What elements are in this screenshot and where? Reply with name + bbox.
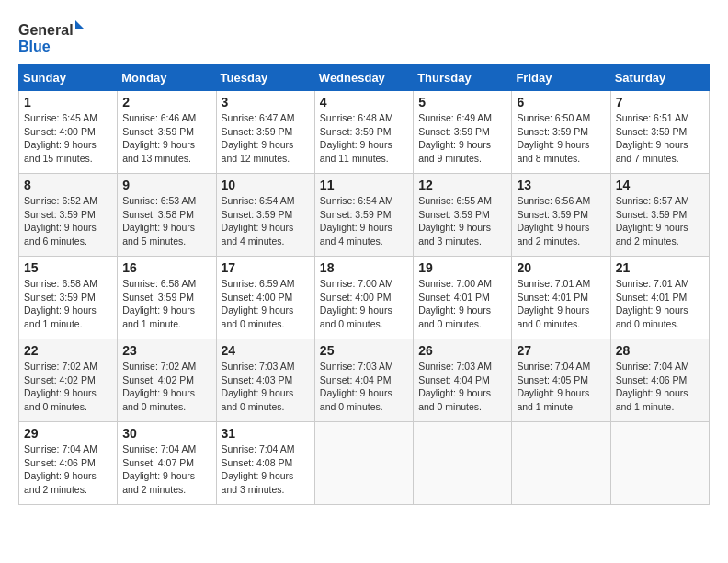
day-number: 24 xyxy=(222,343,310,358)
calendar-cell: 16Sunrise: 6:58 AMSunset: 3:59 PMDayligh… xyxy=(118,257,216,339)
day-info: Sunrise: 7:00 AMSunset: 4:00 PMDaylight:… xyxy=(320,277,408,331)
svg-text:General: General xyxy=(18,22,74,38)
calendar-cell: 1Sunrise: 6:45 AMSunset: 4:00 PMDaylight… xyxy=(19,91,118,174)
day-info: Sunrise: 6:47 AMSunset: 3:59 PMDaylight:… xyxy=(222,111,310,166)
logo-icon: GeneralBlue xyxy=(18,18,92,55)
calendar-cell: 2Sunrise: 6:46 AMSunset: 3:59 PMDaylight… xyxy=(118,91,216,174)
day-number: 31 xyxy=(222,426,310,441)
calendar-week-row: 22Sunrise: 7:02 AMSunset: 4:02 PMDayligh… xyxy=(19,339,710,422)
calendar-week-row: 1Sunrise: 6:45 AMSunset: 4:00 PMDaylight… xyxy=(19,91,710,174)
day-number: 9 xyxy=(122,178,210,192)
day-number: 15 xyxy=(24,260,112,275)
calendar-cell: 13Sunrise: 6:56 AMSunset: 3:59 PMDayligh… xyxy=(512,174,610,257)
calendar-cell xyxy=(512,422,610,505)
day-number: 30 xyxy=(122,426,210,441)
calendar-cell: 22Sunrise: 7:02 AMSunset: 4:02 PMDayligh… xyxy=(19,339,118,422)
calendar-cell xyxy=(314,422,413,505)
calendar-cell: 14Sunrise: 6:57 AMSunset: 3:59 PMDayligh… xyxy=(610,174,709,257)
calendar-cell: 7Sunrise: 6:51 AMSunset: 3:59 PMDaylight… xyxy=(610,91,709,174)
day-number: 28 xyxy=(616,343,704,358)
calendar-cell: 30Sunrise: 7:04 AMSunset: 4:07 PMDayligh… xyxy=(118,422,216,505)
day-info: Sunrise: 6:53 AMSunset: 3:58 PMDaylight:… xyxy=(122,194,210,248)
day-number: 4 xyxy=(320,95,408,109)
day-number: 3 xyxy=(222,95,310,109)
day-info: Sunrise: 6:49 AMSunset: 3:59 PMDaylight:… xyxy=(418,111,506,166)
day-number: 16 xyxy=(122,260,210,275)
calendar-week-row: 8Sunrise: 6:52 AMSunset: 3:59 PMDaylight… xyxy=(19,174,710,257)
header-saturday: Saturday xyxy=(610,65,709,91)
day-number: 27 xyxy=(517,343,605,358)
day-info: Sunrise: 6:45 AMSunset: 4:00 PMDaylight:… xyxy=(24,111,112,166)
calendar-cell: 10Sunrise: 6:54 AMSunset: 3:59 PMDayligh… xyxy=(216,174,314,257)
day-info: Sunrise: 6:57 AMSunset: 3:59 PMDaylight:… xyxy=(616,194,704,248)
calendar-cell: 24Sunrise: 7:03 AMSunset: 4:03 PMDayligh… xyxy=(216,339,314,422)
calendar-cell: 26Sunrise: 7:03 AMSunset: 4:04 PMDayligh… xyxy=(414,339,512,422)
page-header: GeneralBlue xyxy=(18,18,710,55)
day-info: Sunrise: 7:02 AMSunset: 4:02 PMDaylight:… xyxy=(122,360,210,414)
calendar-cell: 18Sunrise: 7:00 AMSunset: 4:00 PMDayligh… xyxy=(314,257,413,339)
calendar-header-row: SundayMondayTuesdayWednesdayThursdayFrid… xyxy=(19,65,710,91)
day-info: Sunrise: 6:55 AMSunset: 3:59 PMDaylight:… xyxy=(418,194,506,248)
calendar-cell: 4Sunrise: 6:48 AMSunset: 3:59 PMDaylight… xyxy=(314,91,413,174)
day-number: 13 xyxy=(517,178,605,192)
day-number: 14 xyxy=(616,178,704,192)
day-number: 12 xyxy=(418,178,506,192)
day-number: 26 xyxy=(418,343,506,358)
calendar-week-row: 29Sunrise: 7:04 AMSunset: 4:06 PMDayligh… xyxy=(19,422,710,505)
header-friday: Friday xyxy=(512,65,610,91)
day-number: 19 xyxy=(418,260,506,275)
day-info: Sunrise: 7:00 AMSunset: 4:01 PMDaylight:… xyxy=(418,277,506,331)
day-number: 23 xyxy=(122,343,210,358)
day-number: 29 xyxy=(24,426,112,441)
day-number: 21 xyxy=(616,260,704,275)
calendar-cell: 9Sunrise: 6:53 AMSunset: 3:58 PMDaylight… xyxy=(118,174,216,257)
calendar-cell: 8Sunrise: 6:52 AMSunset: 3:59 PMDaylight… xyxy=(19,174,118,257)
calendar-cell: 15Sunrise: 6:58 AMSunset: 3:59 PMDayligh… xyxy=(19,257,118,339)
svg-text:Blue: Blue xyxy=(18,39,51,54)
calendar-cell: 29Sunrise: 7:04 AMSunset: 4:06 PMDayligh… xyxy=(19,422,118,505)
day-number: 17 xyxy=(222,260,310,275)
header-tuesday: Tuesday xyxy=(216,65,314,91)
day-number: 7 xyxy=(616,95,704,109)
day-number: 18 xyxy=(320,260,408,275)
day-info: Sunrise: 6:52 AMSunset: 3:59 PMDaylight:… xyxy=(24,194,112,248)
calendar-cell: 6Sunrise: 6:50 AMSunset: 3:59 PMDaylight… xyxy=(512,91,610,174)
day-info: Sunrise: 7:03 AMSunset: 4:03 PMDaylight:… xyxy=(222,360,310,414)
header-sunday: Sunday xyxy=(19,65,118,91)
header-thursday: Thursday xyxy=(414,65,512,91)
day-number: 22 xyxy=(24,343,112,358)
calendar-cell: 31Sunrise: 7:04 AMSunset: 4:08 PMDayligh… xyxy=(216,422,314,505)
svg-marker-2 xyxy=(75,20,85,29)
calendar-table: SundayMondayTuesdayWednesdayThursdayFrid… xyxy=(18,64,710,505)
day-number: 11 xyxy=(320,178,408,192)
day-info: Sunrise: 7:01 AMSunset: 4:01 PMDaylight:… xyxy=(517,277,605,331)
day-info: Sunrise: 7:04 AMSunset: 4:06 PMDaylight:… xyxy=(616,360,704,414)
calendar-cell: 28Sunrise: 7:04 AMSunset: 4:06 PMDayligh… xyxy=(610,339,709,422)
day-info: Sunrise: 7:04 AMSunset: 4:05 PMDaylight:… xyxy=(517,360,605,414)
day-info: Sunrise: 6:58 AMSunset: 3:59 PMDaylight:… xyxy=(122,277,210,331)
day-info: Sunrise: 6:48 AMSunset: 3:59 PMDaylight:… xyxy=(320,111,408,166)
calendar-cell: 19Sunrise: 7:00 AMSunset: 4:01 PMDayligh… xyxy=(414,257,512,339)
day-info: Sunrise: 7:04 AMSunset: 4:06 PMDaylight:… xyxy=(24,442,112,497)
day-info: Sunrise: 6:58 AMSunset: 3:59 PMDaylight:… xyxy=(24,277,112,331)
calendar-cell: 3Sunrise: 6:47 AMSunset: 3:59 PMDaylight… xyxy=(216,91,314,174)
day-info: Sunrise: 6:46 AMSunset: 3:59 PMDaylight:… xyxy=(122,111,210,166)
calendar-cell: 27Sunrise: 7:04 AMSunset: 4:05 PMDayligh… xyxy=(512,339,610,422)
logo: GeneralBlue xyxy=(18,18,92,55)
calendar-cell: 17Sunrise: 6:59 AMSunset: 4:00 PMDayligh… xyxy=(216,257,314,339)
header-monday: Monday xyxy=(118,65,216,91)
calendar-cell: 20Sunrise: 7:01 AMSunset: 4:01 PMDayligh… xyxy=(512,257,610,339)
day-number: 8 xyxy=(24,178,112,192)
day-info: Sunrise: 7:04 AMSunset: 4:08 PMDaylight:… xyxy=(222,442,310,497)
day-info: Sunrise: 7:03 AMSunset: 4:04 PMDaylight:… xyxy=(320,360,408,414)
day-info: Sunrise: 6:59 AMSunset: 4:00 PMDaylight:… xyxy=(222,277,310,331)
day-info: Sunrise: 6:50 AMSunset: 3:59 PMDaylight:… xyxy=(517,111,605,166)
day-info: Sunrise: 6:54 AMSunset: 3:59 PMDaylight:… xyxy=(320,194,408,248)
header-wednesday: Wednesday xyxy=(314,65,413,91)
day-info: Sunrise: 6:54 AMSunset: 3:59 PMDaylight:… xyxy=(222,194,310,248)
day-info: Sunrise: 7:02 AMSunset: 4:02 PMDaylight:… xyxy=(24,360,112,414)
calendar-cell xyxy=(610,422,709,505)
day-number: 1 xyxy=(24,95,112,109)
calendar-week-row: 15Sunrise: 6:58 AMSunset: 3:59 PMDayligh… xyxy=(19,257,710,339)
calendar-cell: 21Sunrise: 7:01 AMSunset: 4:01 PMDayligh… xyxy=(610,257,709,339)
